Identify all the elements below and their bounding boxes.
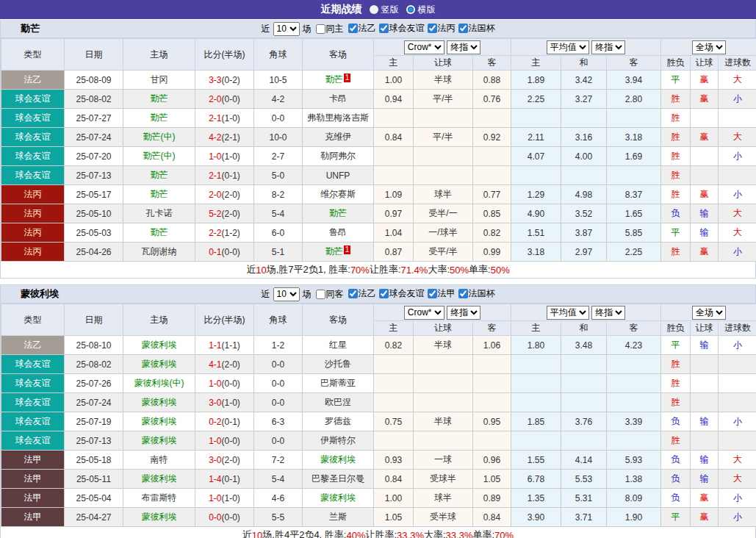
league-filter[interactable]: 球会友谊	[376, 287, 425, 300]
away-team-cell[interactable]: 伊斯特尔	[303, 431, 374, 451]
home-team-cell[interactable]: 甘冈	[123, 71, 195, 90]
away-team-cell[interactable]: 巴黎圣日尔曼	[303, 470, 374, 489]
radio-horizontal-icon[interactable]	[406, 5, 415, 14]
avg-source-select[interactable]: 平均值	[547, 306, 589, 320]
avg-source-select[interactable]: 平均值	[547, 40, 589, 54]
odds-source-select[interactable]: Crow*	[404, 306, 444, 320]
home-team-cell[interactable]: 勤芒	[123, 185, 195, 204]
home-team-cell[interactable]: 勤芒	[123, 166, 195, 185]
home-team-cell[interactable]: 孔卡诺	[123, 204, 195, 223]
home-team-name: 勤芒	[151, 189, 168, 199]
home-team-cell[interactable]: 蒙彼利埃	[123, 336, 195, 355]
score-cell[interactable]: 0-1(0-0)	[195, 243, 254, 262]
away-team-cell[interactable]: 兰斯	[303, 508, 374, 527]
score-cell[interactable]: 1-0(1-0)	[195, 489, 254, 508]
league-filter[interactable]: 球会友谊	[376, 22, 425, 35]
odds-stage-select[interactable]: 终指	[447, 306, 480, 320]
league-checkbox[interactable]	[428, 289, 437, 298]
home-team-cell[interactable]: 勤芒	[123, 109, 195, 128]
league-filter[interactable]: 法丙	[425, 22, 456, 35]
score-cell[interactable]: 4-1(2-0)	[195, 355, 254, 374]
score-cell[interactable]: 3-0(2-0)	[195, 451, 254, 470]
score-cell[interactable]: 5-2(2-0)	[195, 204, 254, 223]
score-cell[interactable]: 3-3(0-2)	[195, 71, 254, 90]
layout-option-vertical[interactable]: 竖版	[370, 4, 399, 16]
away-team-cell[interactable]: UNFP	[303, 166, 374, 185]
layout-option-horizontal[interactable]: 横版	[406, 4, 436, 16]
score-cell[interactable]: 1-0(1-0)	[195, 147, 254, 166]
home-team-cell[interactable]: 蒙彼利埃	[123, 412, 195, 431]
same-venue-filter[interactable]: 同客	[313, 288, 344, 301]
league-filter[interactable]: 法乙	[345, 22, 376, 35]
score-cell[interactable]: 3-0(1-0)	[195, 393, 254, 412]
same-venue-checkbox[interactable]	[316, 290, 325, 299]
home-team-cell[interactable]: 勤芒(中)	[123, 147, 195, 166]
avg-stage-select[interactable]: 终指	[591, 40, 625, 54]
league-checkbox[interactable]	[379, 24, 389, 33]
avg-stage-select[interactable]: 终指	[591, 306, 625, 320]
home-team-cell[interactable]: 蒙彼利埃	[123, 508, 195, 527]
odds-source-select[interactable]: Crow*	[404, 40, 444, 54]
score-cell[interactable]: 2-0(2-0)	[195, 185, 254, 204]
corners-cell: 0-0	[254, 374, 303, 393]
away-team-cell[interactable]: 鲁昂	[303, 223, 374, 243]
score-cell[interactable]: 2-2(1-2)	[195, 223, 254, 243]
away-team-cell[interactable]: 勤芒	[303, 204, 374, 223]
home-team-cell[interactable]: 蒙彼利埃(中)	[123, 374, 195, 393]
score-cell[interactable]: 1-4(0-1)	[195, 470, 254, 489]
away-team-cell[interactable]: 卡昂	[303, 90, 374, 109]
score-cell[interactable]: 1-1(1-1)	[195, 336, 254, 355]
score-cell[interactable]: 1-0(0-0)	[195, 374, 254, 393]
score-cell[interactable]: 1-0(0-0)	[195, 431, 254, 451]
away-team-cell[interactable]: 勤芒1	[303, 243, 374, 262]
score-cell[interactable]: 2-1(0-1)	[195, 166, 254, 185]
home-team-cell[interactable]: 南特	[123, 451, 195, 470]
scope-select[interactable]: 全场	[692, 306, 726, 320]
away-team-cell[interactable]: 欧巴涅	[303, 393, 374, 412]
league-filter[interactable]: 法国杯	[456, 22, 495, 35]
same-venue-filter[interactable]: 同主	[313, 23, 344, 35]
matches-count-select[interactable]: 10	[273, 22, 300, 36]
score-cell[interactable]: 0-2(0-1)	[195, 412, 254, 431]
away-team-cell[interactable]: 勒阿弗尔	[303, 147, 374, 166]
score-cell[interactable]: 2-1(1-0)	[195, 109, 254, 128]
same-venue-checkbox[interactable]	[316, 24, 325, 34]
league-checkbox[interactable]	[348, 24, 358, 33]
home-team-cell[interactable]: 瓦朗谢纳	[123, 243, 195, 262]
league-filter[interactable]: 法甲	[425, 287, 456, 300]
odds-stage-select[interactable]: 终指	[447, 40, 480, 54]
home-team-cell[interactable]: 布雷斯特	[123, 489, 195, 508]
league-filter[interactable]: 法乙	[345, 287, 376, 300]
away-team-name: UNFP	[326, 171, 350, 181]
score-cell[interactable]: 4-2(2-1)	[195, 128, 254, 147]
away-team-cell[interactable]: 罗德兹	[303, 412, 374, 431]
away-team-cell[interactable]: 蒙彼利埃	[303, 489, 374, 508]
away-team-cell[interactable]: 弗勒里梅洛吉斯	[303, 109, 374, 128]
away-team-cell[interactable]: 红星	[303, 336, 374, 355]
matches-count-select[interactable]: 10	[273, 287, 300, 301]
odds-away-cell: 1.06	[473, 336, 511, 355]
home-team-cell[interactable]: 蒙彼利埃	[123, 393, 195, 412]
score-cell[interactable]: 0-0(0-0)	[195, 508, 254, 527]
home-team-cell[interactable]: 勤芒(中)	[123, 128, 195, 147]
away-team-cell[interactable]: 维尔赛斯	[303, 185, 374, 204]
league-checkbox[interactable]	[379, 289, 389, 298]
league-filter[interactable]: 法国杯	[456, 287, 495, 300]
home-team-cell[interactable]: 蒙彼利埃	[123, 431, 195, 451]
home-team-cell[interactable]: 勤芒	[123, 90, 195, 109]
league-checkbox[interactable]	[428, 24, 437, 33]
score-cell[interactable]: 2-0(0-0)	[195, 90, 254, 109]
scope-select[interactable]: 全场	[692, 40, 726, 54]
away-team-cell[interactable]: 蒙彼利埃	[303, 451, 374, 470]
home-team-cell[interactable]: 蒙彼利埃	[123, 470, 195, 489]
league-checkbox[interactable]	[348, 289, 358, 298]
away-team-cell[interactable]: 克维伊	[303, 128, 374, 147]
away-team-cell[interactable]: 巴斯蒂亚	[303, 374, 374, 393]
home-team-cell[interactable]: 蒙彼利埃	[123, 355, 195, 374]
league-checkbox[interactable]	[458, 289, 468, 298]
away-team-cell[interactable]: 勤芒1	[303, 71, 374, 90]
radio-vertical-icon[interactable]	[370, 5, 378, 14]
away-team-cell[interactable]: 沙托鲁	[303, 355, 374, 374]
home-team-cell[interactable]: 勤芒	[123, 223, 195, 243]
league-checkbox[interactable]	[458, 24, 468, 33]
